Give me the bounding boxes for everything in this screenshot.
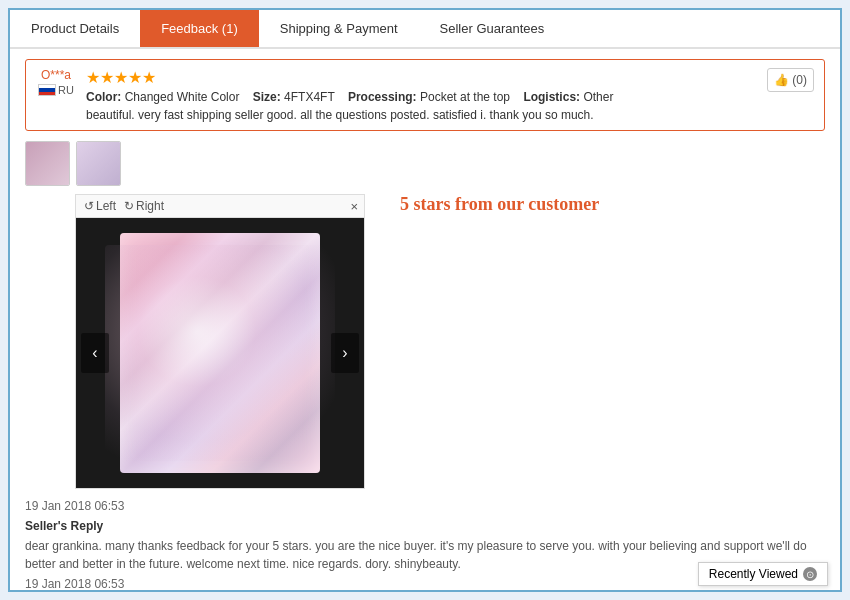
like-count: (0) [792,73,807,87]
color-label: Color: [86,90,121,104]
rotate-left-button[interactable]: ↺ Left [84,199,116,213]
logistics-label: Logistics: [523,90,580,104]
country-code: RU [58,84,74,96]
next-image-button[interactable]: › [331,333,359,373]
recently-viewed-label: Recently Viewed [709,567,798,581]
thumbnail-1[interactable] [25,141,70,186]
viewer-close-button[interactable]: × [350,199,358,214]
size-label: Size: [253,90,281,104]
user-column: O***a RU [36,68,76,96]
viewer-row: ↺ Left ↻ Right × ‹ › 5 stars from our cu… [75,194,825,499]
viewer-toolbar: ↺ Left ↻ Right × [76,195,364,218]
review-meta: Color: Changed White Color Size: 4FTX4FT… [86,90,757,104]
tab-seller-guarantees[interactable]: Seller Guarantees [419,10,566,47]
thumbs-up-icon: 👍 [774,73,789,87]
content-area: O***a RU ★★★★★ Color: Changed White Colo… [10,49,840,590]
size-value: 4FTX4FT [284,90,334,104]
recently-viewed-button[interactable]: Recently Viewed ⊙ [698,562,828,586]
like-button[interactable]: 👍 (0) [767,68,814,92]
review-text: beautiful. very fast shipping seller goo… [86,108,757,122]
review-body: ★★★★★ Color: Changed White Color Size: 4… [86,68,757,122]
rotate-left-icon: ↺ [84,199,94,213]
main-container: Product Details Feedback (1) Shipping & … [8,8,842,592]
flag-icon [38,84,56,96]
seller-reply-title: Seller's Reply [25,519,825,533]
thumbnail-list [25,141,825,186]
processing-value: Pocket at the top [420,90,510,104]
processing-label: Processing: [348,90,417,104]
promo-text: 5 stars from our customer [400,194,599,215]
rotate-right-label: Right [136,199,164,213]
color-value: Changed White Color [125,90,240,104]
tab-feedback[interactable]: Feedback (1) [140,10,259,47]
review-block: O***a RU ★★★★★ Color: Changed White Colo… [25,59,825,131]
review-date: 19 Jan 2018 06:53 [25,499,825,513]
rotate-left-label: Left [96,199,116,213]
rotate-right-button[interactable]: ↻ Right [124,199,164,213]
thumbnail-2[interactable] [76,141,121,186]
recently-viewed-icon: ⊙ [803,567,817,581]
user-flag: RU [38,84,74,96]
tab-bar: Product Details Feedback (1) Shipping & … [10,10,840,49]
rotate-right-icon: ↻ [124,199,134,213]
product-image [120,233,320,473]
prev-image-button[interactable]: ‹ [81,333,109,373]
image-viewer: ↺ Left ↻ Right × ‹ › [75,194,365,489]
tab-product-details[interactable]: Product Details [10,10,140,47]
tab-shipping-payment[interactable]: Shipping & Payment [259,10,419,47]
star-rating: ★★★★★ [86,68,757,87]
logistics-value: Other [583,90,613,104]
review-header: O***a RU ★★★★★ Color: Changed White Colo… [36,68,814,122]
username: O***a [41,68,71,82]
viewer-image-area: ‹ › [76,218,364,488]
